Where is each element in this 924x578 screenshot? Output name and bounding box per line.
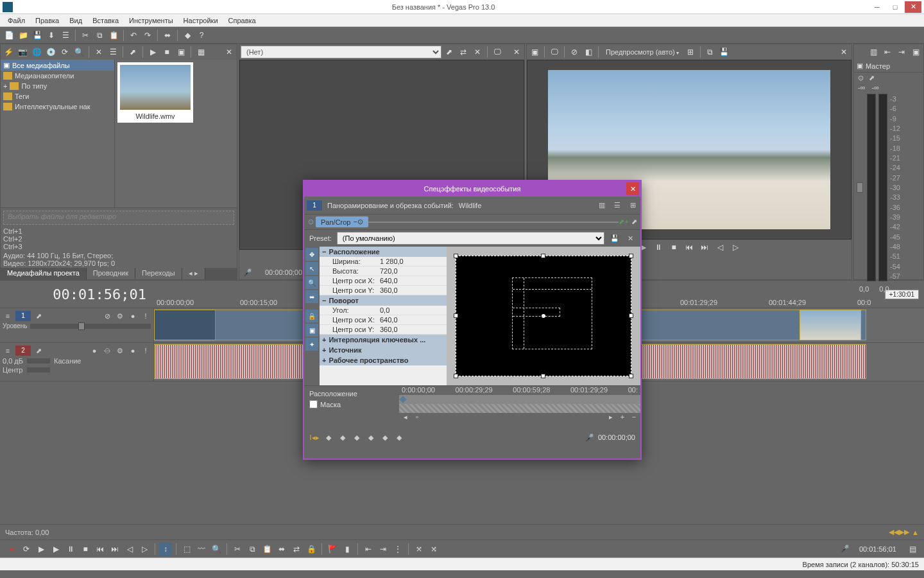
menu-edit[interactable]: Правка xyxy=(30,15,64,26)
view-tree-icon[interactable]: ⊞ xyxy=(628,200,638,211)
snap-icon[interactable]: ⬌ xyxy=(275,543,288,556)
audio-track-header[interactable]: ≡ 2 ⬈ ● ⦵ ⚙ ● ! 0,0 дБ Касание Центр xyxy=(0,343,154,381)
capture-icon[interactable]: 📷 xyxy=(16,46,29,58)
transport-tc[interactable]: 00:01:56;01 xyxy=(859,545,896,553)
view-icon[interactable]: ▦ xyxy=(194,46,207,58)
menu-settings[interactable]: Настройки xyxy=(178,15,223,26)
kf-position-label[interactable]: Расположение xyxy=(307,389,397,399)
save-icon[interactable]: 💾 xyxy=(31,29,44,42)
zoom-out-icon[interactable]: − xyxy=(629,412,639,422)
help-icon[interactable]: ? xyxy=(195,29,208,42)
overlay-icon[interactable]: ⊞ xyxy=(684,46,697,58)
go-end-icon[interactable]: ⏭ xyxy=(108,543,121,556)
section-rotation[interactable]: −Поворот xyxy=(320,295,447,306)
delete-preset-icon[interactable]: ✕ xyxy=(625,233,635,243)
play-start-icon[interactable]: ▶ xyxy=(35,543,47,556)
prop-value[interactable]: 0,0 xyxy=(380,306,444,314)
fx-node-pancrop[interactable]: Pan/Crop−⊙ xyxy=(316,216,368,227)
menu-tools[interactable]: Инструменты xyxy=(124,15,178,26)
crop-handle[interactable] xyxy=(541,254,545,258)
scroll-right-icon[interactable]: ▸ xyxy=(606,412,616,422)
mute-icon[interactable]: ● xyxy=(128,311,138,321)
add-fx-icon[interactable]: ⬈+ xyxy=(619,217,629,227)
solo-icon[interactable]: ! xyxy=(141,311,151,321)
remove-fx-icon[interactable]: ⬈ xyxy=(629,217,639,227)
mask-checkbox[interactable] xyxy=(309,400,318,408)
prop-value[interactable]: 360,0 xyxy=(380,286,444,294)
touch-label[interactable]: Касание xyxy=(54,357,81,365)
track-menu-icon[interactable]: ≡ xyxy=(3,311,13,321)
prop-value[interactable]: 640,0 xyxy=(380,316,444,324)
get-media-icon[interactable]: 🌐 xyxy=(30,46,43,58)
level-slider[interactable] xyxy=(30,324,151,329)
prop-value[interactable]: 640,0 xyxy=(380,277,444,285)
project-props-icon[interactable]: ▣ xyxy=(528,46,541,58)
play-icon[interactable]: ▶ xyxy=(49,543,62,556)
automation-icon[interactable]: ⚙ xyxy=(115,311,125,321)
crop-handle[interactable] xyxy=(454,374,458,378)
tree-root[interactable]: ▣Все медиафайлы xyxy=(1,60,114,71)
minimize-button[interactable]: ─ xyxy=(869,1,886,13)
tree-item[interactable]: Интеллектуальные нак xyxy=(1,101,114,112)
snap-icon[interactable]: ⬌ xyxy=(161,29,174,42)
zoom-tool-icon[interactable]: 🔍 xyxy=(305,276,318,289)
render-icon[interactable]: ⬇ xyxy=(45,29,58,42)
split-screen-icon[interactable]: ◧ xyxy=(582,46,595,58)
save-snapshot-icon[interactable]: 💾 xyxy=(718,46,731,58)
fx-icon[interactable]: ⬈ xyxy=(126,46,139,58)
play-icon[interactable]: ▶ xyxy=(146,46,159,58)
slider-thumb[interactable] xyxy=(78,322,85,330)
kf-first-icon[interactable]: ◆ xyxy=(323,432,334,442)
scroll-box-icon[interactable]: ▫ xyxy=(412,412,422,422)
crossfade-icon[interactable]: ⤧ xyxy=(413,543,425,556)
auto-crossfade-icon[interactable]: ⤨ xyxy=(427,543,440,556)
copy-icon[interactable]: ⧉ xyxy=(246,543,259,556)
snap-tool-icon[interactable]: ⬌ xyxy=(305,290,318,303)
redo-icon[interactable]: ↷ xyxy=(141,29,154,42)
media-tree[interactable]: ▣Все медиафайлы Медианакопители +По типу… xyxy=(1,60,115,207)
next-frame-icon[interactable]: ▷ xyxy=(729,241,742,254)
media-grid[interactable]: Wildlife.wmv xyxy=(115,60,237,207)
split-icon[interactable]: ⋮ xyxy=(391,543,404,556)
lock-aspect-icon[interactable]: 🔒 xyxy=(305,310,318,322)
section-workspace[interactable]: +Рабочее пространство xyxy=(320,355,447,365)
sync-cursor-icon[interactable]: I◂▸ xyxy=(309,432,320,442)
close-button[interactable]: ✕ xyxy=(905,1,921,13)
panel-close-icon[interactable]: ✕ xyxy=(223,46,235,58)
menu-file[interactable]: Файл xyxy=(3,15,30,26)
prop-value[interactable]: 1 280,0 xyxy=(380,258,444,265)
section-interpolation[interactable]: +Интерполяция ключевых ... xyxy=(320,335,447,345)
delete-icon[interactable]: ✕ xyxy=(92,46,105,58)
move-tool-icon[interactable]: ✥ xyxy=(305,248,318,261)
undo-icon[interactable]: ↶ xyxy=(127,29,140,42)
marker-icon[interactable]: ◆ xyxy=(181,29,194,42)
crop-handle[interactable] xyxy=(629,374,633,378)
menu-help[interactable]: Справка xyxy=(223,15,261,26)
cut-icon[interactable]: ✂ xyxy=(231,543,244,556)
view-list-icon[interactable]: ☰ xyxy=(612,200,622,211)
keyframe-diamond[interactable] xyxy=(399,396,406,403)
disc-icon[interactable]: 💿 xyxy=(44,46,57,58)
bypass-icon[interactable]: ⊘ xyxy=(102,311,112,321)
add-track-icon[interactable]: ▤ xyxy=(906,543,919,556)
go-start-icon[interactable]: ⏮ xyxy=(683,241,696,254)
tab-explorer[interactable]: Проводник xyxy=(87,268,135,279)
solo-icon[interactable]: ! xyxy=(141,346,151,356)
tab-project-media[interactable]: Медиафайлы проекта xyxy=(1,268,87,279)
stop-icon[interactable]: ■ xyxy=(160,46,173,58)
trimmer-fx-icon[interactable]: ⬈ xyxy=(443,46,456,58)
fx-bypass-icon[interactable]: ⊘ xyxy=(568,46,581,58)
fx-chain-icon[interactable]: ⬈ xyxy=(33,346,44,356)
properties-panel[interactable]: −Расположение Ширина:1 280,0 Высота:720,… xyxy=(320,247,447,385)
prop-value[interactable]: 360,0 xyxy=(380,326,444,333)
dialog-tc[interactable]: 00:00:00;00 xyxy=(598,434,635,441)
crop-preview[interactable] xyxy=(447,247,640,385)
preview-quality-dropdown[interactable]: Предпросмотр (авто) xyxy=(602,48,683,56)
menu-view[interactable]: Вид xyxy=(64,15,87,26)
import-icon[interactable]: ⚡ xyxy=(2,46,15,58)
copy-icon[interactable]: ⧉ xyxy=(93,29,106,42)
tab-transitions[interactable]: Переходы xyxy=(135,268,182,279)
kf-prev-icon[interactable]: ◆ xyxy=(338,432,348,442)
search-icon[interactable]: 🔍 xyxy=(73,46,85,58)
scrub-icon[interactable]: ◀◀▶▶ xyxy=(889,528,909,536)
